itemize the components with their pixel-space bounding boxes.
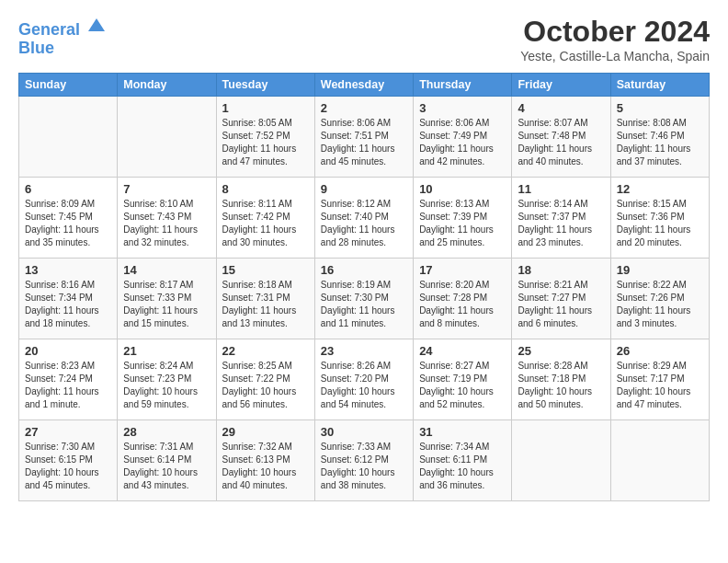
- calendar-cell: 29Sunrise: 7:32 AM Sunset: 6:13 PM Dayli…: [216, 420, 314, 501]
- day-info: Sunrise: 8:14 AM Sunset: 7:37 PM Dayligh…: [518, 198, 604, 249]
- day-info: Sunrise: 8:23 AM Sunset: 7:24 PM Dayligh…: [25, 360, 111, 411]
- calendar-body: 1Sunrise: 8:05 AM Sunset: 7:52 PM Daylig…: [19, 97, 710, 501]
- calendar-week-row: 13Sunrise: 8:16 AM Sunset: 7:34 PM Dayli…: [19, 259, 710, 339]
- calendar-cell: 15Sunrise: 8:18 AM Sunset: 7:31 PM Dayli…: [216, 259, 314, 339]
- calendar-cell: 22Sunrise: 8:25 AM Sunset: 7:22 PM Dayli…: [216, 339, 314, 420]
- day-info: Sunrise: 8:27 AM Sunset: 7:19 PM Dayligh…: [419, 360, 506, 411]
- calendar-cell: 19Sunrise: 8:22 AM Sunset: 7:26 PM Dayli…: [610, 259, 709, 339]
- day-number: 14: [123, 263, 210, 277]
- day-info: Sunrise: 8:20 AM Sunset: 7:28 PM Dayligh…: [419, 279, 506, 330]
- calendar-week-row: 20Sunrise: 8:23 AM Sunset: 7:24 PM Dayli…: [19, 339, 710, 420]
- logo-text: General: [18, 15, 107, 40]
- calendar-cell: 16Sunrise: 8:19 AM Sunset: 7:30 PM Dayli…: [314, 259, 413, 339]
- calendar-cell: [19, 97, 118, 178]
- day-info: Sunrise: 8:22 AM Sunset: 7:26 PM Dayligh…: [617, 279, 703, 330]
- calendar-week-row: 1Sunrise: 8:05 AM Sunset: 7:52 PM Daylig…: [19, 97, 710, 178]
- svg-marker-0: [88, 18, 105, 31]
- calendar-cell: 8Sunrise: 8:11 AM Sunset: 7:42 PM Daylig…: [216, 178, 314, 259]
- calendar-cell: 4Sunrise: 8:07 AM Sunset: 7:48 PM Daylig…: [512, 97, 610, 178]
- day-number: 24: [419, 344, 506, 358]
- day-number: 12: [617, 182, 703, 196]
- day-info: Sunrise: 8:06 AM Sunset: 7:49 PM Dayligh…: [419, 117, 506, 168]
- day-info: Sunrise: 8:16 AM Sunset: 7:34 PM Dayligh…: [25, 279, 111, 330]
- day-info: Sunrise: 8:11 AM Sunset: 7:42 PM Dayligh…: [222, 198, 309, 249]
- day-info: Sunrise: 7:34 AM Sunset: 6:11 PM Dayligh…: [419, 441, 506, 492]
- calendar-cell: 26Sunrise: 8:29 AM Sunset: 7:17 PM Dayli…: [610, 339, 709, 420]
- day-number: 19: [617, 263, 703, 277]
- day-info: Sunrise: 8:15 AM Sunset: 7:36 PM Dayligh…: [617, 198, 703, 249]
- calendar-cell: 24Sunrise: 8:27 AM Sunset: 7:19 PM Dayli…: [414, 339, 512, 420]
- title-block: October 2024 Yeste, Castille-La Mancha, …: [520, 15, 710, 63]
- day-number: 16: [321, 263, 407, 277]
- calendar-cell: 1Sunrise: 8:05 AM Sunset: 7:52 PM Daylig…: [216, 97, 314, 178]
- weekday-header: Sunday: [19, 74, 118, 97]
- day-info: Sunrise: 8:29 AM Sunset: 7:17 PM Dayligh…: [617, 360, 703, 411]
- header: General Blue October 2024 Yeste, Castill…: [18, 15, 710, 63]
- day-number: 4: [518, 101, 604, 115]
- day-number: 13: [25, 263, 111, 277]
- calendar-header-row: SundayMondayTuesdayWednesdayThursdayFrid…: [19, 74, 710, 97]
- calendar-cell: [610, 420, 709, 501]
- day-info: Sunrise: 8:10 AM Sunset: 7:43 PM Dayligh…: [123, 198, 210, 249]
- day-number: 3: [419, 101, 506, 115]
- calendar-cell: 25Sunrise: 8:28 AM Sunset: 7:18 PM Dayli…: [512, 339, 610, 420]
- calendar-week-row: 6Sunrise: 8:09 AM Sunset: 7:45 PM Daylig…: [19, 178, 710, 259]
- day-number: 17: [419, 263, 506, 277]
- day-info: Sunrise: 8:08 AM Sunset: 7:46 PM Dayligh…: [617, 117, 703, 168]
- day-info: Sunrise: 7:33 AM Sunset: 6:12 PM Dayligh…: [321, 441, 407, 492]
- day-number: 20: [25, 344, 111, 358]
- day-number: 8: [222, 182, 309, 196]
- calendar-cell: 11Sunrise: 8:14 AM Sunset: 7:37 PM Dayli…: [512, 178, 610, 259]
- day-number: 27: [25, 425, 111, 439]
- calendar-cell: 13Sunrise: 8:16 AM Sunset: 7:34 PM Dayli…: [19, 259, 118, 339]
- calendar-cell: 21Sunrise: 8:24 AM Sunset: 7:23 PM Dayli…: [118, 339, 216, 420]
- weekday-header: Wednesday: [314, 74, 413, 97]
- calendar-week-row: 27Sunrise: 7:30 AM Sunset: 6:15 PM Dayli…: [19, 420, 710, 501]
- logo-blue: Blue: [18, 40, 107, 58]
- day-number: 15: [222, 263, 309, 277]
- day-info: Sunrise: 7:30 AM Sunset: 6:15 PM Dayligh…: [25, 441, 111, 492]
- day-number: 2: [321, 101, 407, 115]
- location: Yeste, Castille-La Mancha, Spain: [520, 49, 710, 63]
- day-number: 25: [518, 344, 604, 358]
- calendar-cell: 23Sunrise: 8:26 AM Sunset: 7:20 PM Dayli…: [314, 339, 413, 420]
- calendar-cell: [118, 97, 216, 178]
- day-info: Sunrise: 8:26 AM Sunset: 7:20 PM Dayligh…: [321, 360, 407, 411]
- calendar-cell: 6Sunrise: 8:09 AM Sunset: 7:45 PM Daylig…: [19, 178, 118, 259]
- day-number: 5: [617, 101, 703, 115]
- logo-icon: [86, 15, 107, 35]
- day-info: Sunrise: 7:32 AM Sunset: 6:13 PM Dayligh…: [222, 441, 309, 492]
- day-info: Sunrise: 8:25 AM Sunset: 7:22 PM Dayligh…: [222, 360, 309, 411]
- calendar-cell: 5Sunrise: 8:08 AM Sunset: 7:46 PM Daylig…: [610, 97, 709, 178]
- calendar-cell: 27Sunrise: 7:30 AM Sunset: 6:15 PM Dayli…: [19, 420, 118, 501]
- day-info: Sunrise: 8:18 AM Sunset: 7:31 PM Dayligh…: [222, 279, 309, 330]
- weekday-header: Friday: [512, 74, 610, 97]
- logo-general: General: [18, 20, 80, 39]
- page: General Blue October 2024 Yeste, Castill…: [0, 0, 728, 516]
- calendar-cell: [512, 420, 610, 501]
- day-info: Sunrise: 8:21 AM Sunset: 7:27 PM Dayligh…: [518, 279, 604, 330]
- calendar-cell: 14Sunrise: 8:17 AM Sunset: 7:33 PM Dayli…: [118, 259, 216, 339]
- day-info: Sunrise: 8:24 AM Sunset: 7:23 PM Dayligh…: [123, 360, 210, 411]
- day-info: Sunrise: 8:07 AM Sunset: 7:48 PM Dayligh…: [518, 117, 604, 168]
- day-info: Sunrise: 8:09 AM Sunset: 7:45 PM Dayligh…: [25, 198, 111, 249]
- day-info: Sunrise: 8:17 AM Sunset: 7:33 PM Dayligh…: [123, 279, 210, 330]
- calendar-cell: 3Sunrise: 8:06 AM Sunset: 7:49 PM Daylig…: [414, 97, 512, 178]
- day-info: Sunrise: 8:12 AM Sunset: 7:40 PM Dayligh…: [321, 198, 407, 249]
- calendar-cell: 12Sunrise: 8:15 AM Sunset: 7:36 PM Dayli…: [610, 178, 709, 259]
- day-number: 10: [419, 182, 506, 196]
- weekday-header: Monday: [118, 74, 216, 97]
- calendar-cell: 31Sunrise: 7:34 AM Sunset: 6:11 PM Dayli…: [414, 420, 512, 501]
- day-number: 6: [25, 182, 111, 196]
- calendar-cell: 7Sunrise: 8:10 AM Sunset: 7:43 PM Daylig…: [118, 178, 216, 259]
- weekday-header: Thursday: [414, 74, 512, 97]
- day-number: 29: [222, 425, 309, 439]
- calendar-table: SundayMondayTuesdayWednesdayThursdayFrid…: [18, 73, 710, 501]
- calendar-cell: 9Sunrise: 8:12 AM Sunset: 7:40 PM Daylig…: [314, 178, 413, 259]
- day-number: 31: [419, 425, 506, 439]
- calendar-cell: 2Sunrise: 8:06 AM Sunset: 7:51 PM Daylig…: [314, 97, 413, 178]
- day-info: Sunrise: 8:28 AM Sunset: 7:18 PM Dayligh…: [518, 360, 604, 411]
- day-number: 1: [222, 101, 309, 115]
- calendar-cell: 18Sunrise: 8:21 AM Sunset: 7:27 PM Dayli…: [512, 259, 610, 339]
- logo: General Blue: [18, 15, 107, 58]
